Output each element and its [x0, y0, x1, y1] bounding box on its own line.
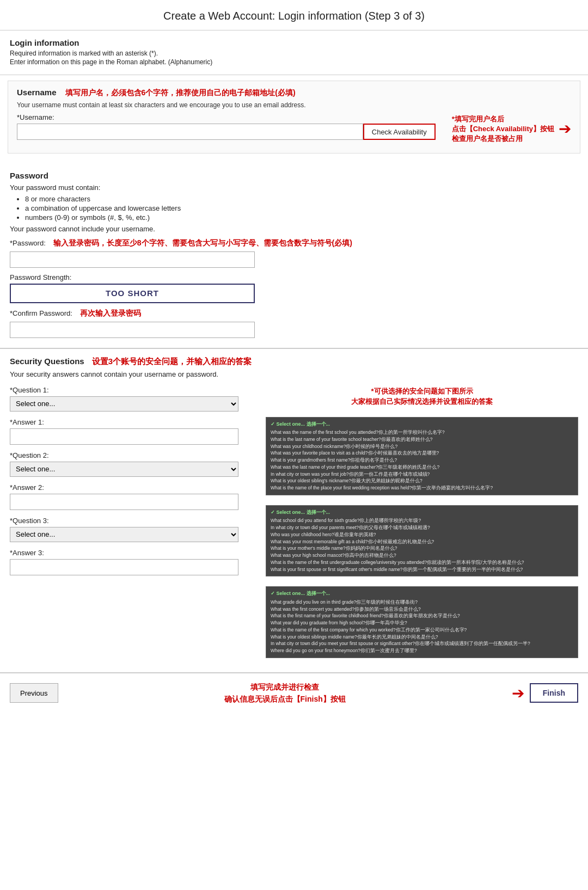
- q3-select[interactable]: Select one...What grade did you live on …: [10, 527, 238, 542]
- footer-arrow-icon: ➔: [512, 684, 524, 702]
- security-title: Security Questions: [10, 357, 84, 366]
- security-options-2: ✓ Select one... 选择一个... What school did …: [266, 505, 578, 577]
- a3-input[interactable]: [10, 559, 238, 575]
- username-input[interactable]: [17, 124, 363, 140]
- footer-annotation: 填写完成并进行检查 确认信息无误后点击【Finish】按钮: [58, 681, 512, 705]
- a3-label: *Answer 3:: [10, 549, 255, 557]
- a2-input[interactable]: [10, 494, 238, 510]
- security-options-3: ✓ Select one... 选择一个... What grade did y…: [266, 586, 578, 658]
- security-options-1: ✓ Select one... 选择一个... What was the nam…: [266, 417, 578, 495]
- password-strength-label: Password Strength:: [10, 273, 578, 281]
- password-annotation: 输入登录密码，长度至少8个字符、需要包含大写与小写字母、需要包含数字与符号(必填…: [53, 238, 352, 248]
- password-field-label: *Password:: [10, 239, 46, 247]
- password-req-2: a combination of uppercase and lowercase…: [25, 204, 578, 212]
- confirm-password-input[interactable]: [10, 322, 255, 338]
- q1-select[interactable]: Select one...What was the name of the fi…: [10, 396, 238, 412]
- password-req-3: numbers (0-9) or symbols (#, $, %, etc.): [25, 213, 578, 222]
- password-title: Password: [10, 171, 578, 180]
- arrow-annotation-text: *填写完用户名后 点击【Check Availability】按钮 检查用户名是…: [452, 114, 554, 144]
- security-right-annotation: *可供选择的安全问题如下图所示 大家根据自己实际情况选择并设置相应的答案: [266, 386, 578, 407]
- a1-input[interactable]: [10, 428, 238, 445]
- required-note: Required information is marked with an a…: [10, 50, 578, 57]
- security-annotation: 设置3个账号的安全问题，并输入相应的答案: [92, 357, 252, 367]
- footer-arrow-area: ➔ Finish: [512, 683, 578, 703]
- security-cannot-note: Your security answers cannot contain you…: [10, 370, 578, 378]
- q2-select[interactable]: Select one...What school did you attend …: [10, 462, 238, 477]
- password-req-intro: Your password must contain:: [10, 183, 578, 192]
- password-req-1: 8 or more characters: [25, 195, 578, 203]
- previous-button[interactable]: Previous: [10, 683, 58, 703]
- q3-label: *Question 3:: [10, 517, 255, 525]
- confirm-password-annotation: 再次输入登录密码: [80, 309, 141, 318]
- page-title: Create a Web Account: Login information …: [0, 0, 588, 30]
- password-input[interactable]: [10, 251, 255, 268]
- password-strength-bar: TOO SHORT: [10, 284, 255, 303]
- arrow-right-icon: ➔: [559, 120, 571, 138]
- section-title-login: Login information: [10, 38, 578, 47]
- too-short-text: TOO SHORT: [106, 289, 159, 298]
- check-availability-button[interactable]: Check Availability: [363, 124, 436, 140]
- finish-button[interactable]: Finish: [530, 683, 578, 703]
- q1-label: *Question 1:: [10, 386, 255, 394]
- alphanumeric-note: Enter information on this page in the Ro…: [10, 58, 578, 66]
- username-section-title: Username: [17, 88, 57, 97]
- confirm-password-label: *Confirm Password:: [10, 309, 72, 317]
- a1-label: *Answer 1:: [10, 418, 255, 426]
- password-cannot-note: Your password cannot include your userna…: [10, 225, 578, 233]
- a2-label: *Answer 2:: [10, 483, 255, 492]
- username-desc: Your username must contain at least six …: [17, 101, 571, 109]
- username-annotation: 填写用户名，必须包含6个字符，推荐使用自己的电子邮箱地址(必填): [65, 88, 296, 98]
- footer: Previous 填写完成并进行检查 确认信息无误后点击【Finish】按钮 ➔…: [0, 673, 588, 713]
- q2-label: *Question 2:: [10, 451, 255, 459]
- username-label: *Username:: [17, 113, 436, 121]
